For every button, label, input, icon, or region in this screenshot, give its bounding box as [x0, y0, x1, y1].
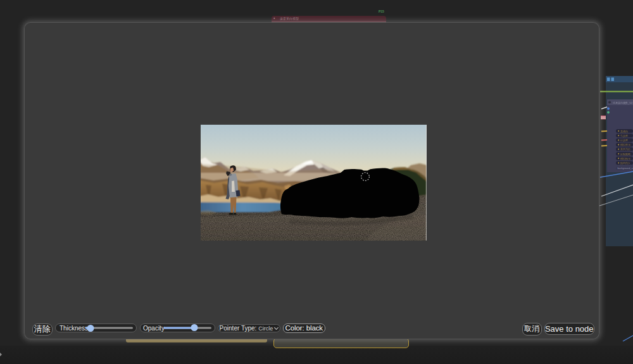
svg-text:这是某白模数_V2: 这是某白模数_V2 [613, 101, 633, 104]
svg-text:七清度: 七清度 [620, 134, 628, 137]
svg-text:某模份: 某模份 [620, 130, 628, 133]
svg-text:计清度: 计清度 [620, 139, 628, 142]
svg-text:background_col: background_col [618, 167, 633, 170]
